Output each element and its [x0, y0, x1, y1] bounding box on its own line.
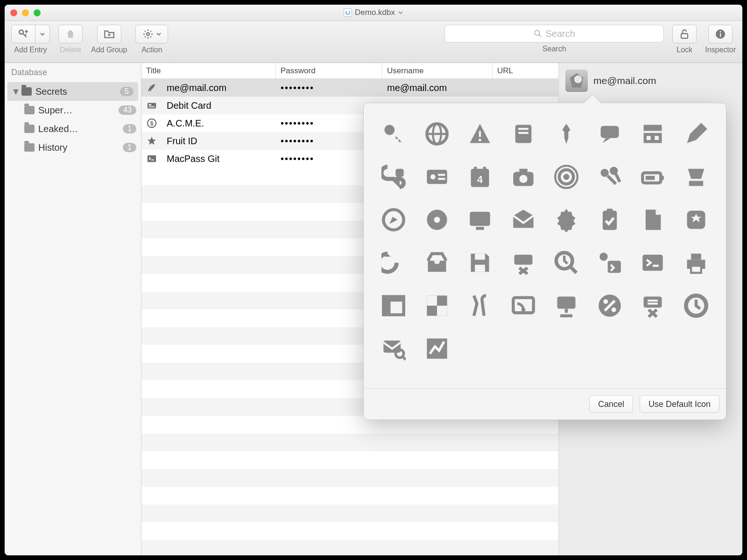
- icon-option-drive-fail[interactable]: [641, 294, 665, 320]
- icon-option-chat[interactable]: [598, 122, 622, 148]
- icon-option-gear[interactable]: [554, 208, 578, 234]
- entry-title: A.C.M.E.: [162, 118, 276, 129]
- action-label: Action: [141, 46, 162, 54]
- icon-option-scanner[interactable]: [684, 165, 708, 191]
- sidebar: Database ▼ Secrets 5 Super… 43 Leaked… 1…: [5, 63, 141, 555]
- icon-option-key-terminal[interactable]: [598, 251, 622, 277]
- camera-icon: [511, 165, 536, 189]
- tools-icon: [468, 294, 492, 318]
- clock-icon: [684, 294, 708, 318]
- minimize-window-button[interactable]: [22, 9, 29, 16]
- folder-icon: [24, 106, 35, 114]
- add-entry-label: Add Entry: [14, 46, 47, 54]
- icon-option-calendar[interactable]: [468, 165, 492, 191]
- disclosure-triangle-icon[interactable]: ▼: [11, 86, 18, 97]
- sidebar-header: Database: [5, 63, 141, 82]
- key-plus-icon: [17, 28, 29, 40]
- icon-option-swap[interactable]: [381, 251, 406, 277]
- column-username[interactable]: Username: [382, 63, 493, 78]
- icon-option-apartment[interactable]: [641, 122, 665, 148]
- keys-icon: [598, 165, 622, 189]
- icon-option-percent[interactable]: [598, 294, 622, 320]
- entry-icon-button[interactable]: [565, 70, 588, 92]
- column-title[interactable]: Title: [141, 63, 276, 78]
- icon-option-camera[interactable]: [511, 165, 536, 191]
- column-password[interactable]: Password: [276, 63, 382, 78]
- star-icon: [147, 136, 157, 146]
- apartment-icon: [641, 122, 665, 146]
- app-window: Demo.kdbx Add Entry Delete: [5, 5, 742, 555]
- icon-option-server[interactable]: [511, 122, 536, 148]
- delete-button[interactable]: [58, 25, 83, 43]
- icon-option-clock-search[interactable]: [554, 251, 578, 277]
- icon-option-warning[interactable]: [468, 122, 492, 148]
- icon-option-app-star[interactable]: [684, 208, 708, 234]
- icon-option-pencil[interactable]: [684, 122, 708, 148]
- icon-option-idcard[interactable]: [425, 165, 449, 191]
- idcard-icon: [147, 100, 157, 111]
- sidebar-item-leaked[interactable]: Leaked… 1: [5, 119, 141, 138]
- use-default-icon-button[interactable]: Use Default Icon: [640, 395, 719, 413]
- battery-icon: [641, 165, 665, 189]
- icon-option-terminal[interactable]: [641, 251, 665, 277]
- icon-option-mail[interactable]: [511, 208, 536, 234]
- lock-button[interactable]: [672, 25, 697, 43]
- icon-option-compass[interactable]: [381, 208, 406, 234]
- icon-option-mail-search[interactable]: [381, 336, 406, 363]
- disc-icon: [425, 208, 449, 232]
- feather-icon: [147, 83, 157, 93]
- icon-option-chart[interactable]: [425, 336, 449, 363]
- action-button[interactable]: [135, 25, 168, 43]
- icon-option-battery[interactable]: [641, 165, 665, 191]
- icon-option-keys[interactable]: [598, 165, 622, 191]
- add-entry-menu-button[interactable]: [35, 25, 50, 43]
- icon-option-clipboard[interactable]: [598, 208, 622, 234]
- icon-option-contrast[interactable]: [425, 294, 449, 320]
- svg-point-1: [147, 33, 149, 35]
- icon-option-printer[interactable]: [684, 251, 708, 277]
- close-window-button[interactable]: [10, 9, 17, 16]
- table-row[interactable]: me@mail.com••••••••me@mail.com: [141, 79, 558, 97]
- add-group-button[interactable]: [97, 25, 121, 43]
- count-badge: 1: [123, 124, 136, 133]
- icon-option-plug[interactable]: [381, 165, 406, 191]
- delete-label: Delete: [60, 46, 81, 54]
- document-icon: [641, 208, 665, 232]
- cancel-button[interactable]: Cancel: [589, 395, 633, 413]
- icon-option-key[interactable]: [381, 122, 406, 148]
- icon-option-pin[interactable]: [554, 122, 578, 148]
- count-badge: 5: [120, 87, 134, 96]
- zoom-window-button[interactable]: [34, 9, 41, 16]
- icon-option-globe[interactable]: [425, 122, 449, 148]
- icon-option-tools[interactable]: [468, 294, 492, 320]
- count-badge: 43: [119, 105, 136, 115]
- icon-option-disc[interactable]: [425, 208, 449, 234]
- icon-option-broadcast[interactable]: [554, 165, 578, 191]
- inspector-button[interactable]: [708, 25, 733, 43]
- folder-icon: [21, 87, 32, 96]
- sidebar-item-secrets[interactable]: ▼ Secrets 5: [7, 82, 138, 101]
- broadcast-icon: [554, 165, 578, 189]
- lock-label: Lock: [677, 46, 692, 54]
- icon-option-inbox[interactable]: [425, 251, 449, 277]
- column-url[interactable]: URL: [493, 63, 558, 78]
- icon-option-save[interactable]: [468, 251, 492, 277]
- icon-option-document[interactable]: [641, 208, 665, 234]
- icon-option-monitor-stand[interactable]: [554, 294, 578, 320]
- svg-point-6: [720, 31, 721, 33]
- sidebar-item-super[interactable]: Super… 43: [5, 101, 141, 119]
- icon-option-clock[interactable]: [684, 294, 708, 320]
- count-badge: 1: [123, 143, 136, 152]
- icon-option-drive-x[interactable]: [511, 251, 536, 277]
- icon-option-monitor[interactable]: [468, 208, 492, 234]
- drive-x-icon: [511, 251, 536, 275]
- icon-option-dashboard[interactable]: [511, 294, 536, 320]
- server-icon: [511, 122, 536, 146]
- chevron-down-icon: [398, 10, 403, 15]
- svg-rect-3: [681, 34, 688, 38]
- window-title: Demo.kdbx: [355, 8, 395, 17]
- add-entry-button[interactable]: [11, 25, 35, 43]
- sidebar-item-history[interactable]: History 1: [5, 138, 141, 157]
- search-input[interactable]: Search: [444, 25, 664, 42]
- icon-option-layout[interactable]: [381, 294, 406, 320]
